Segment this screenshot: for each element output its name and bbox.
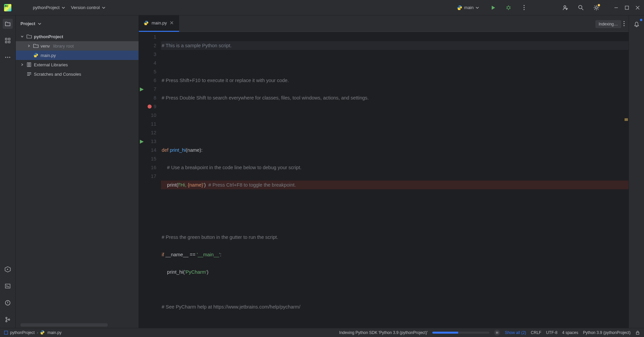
svg-rect-4 bbox=[625, 6, 629, 9]
maximize-button[interactable] bbox=[625, 5, 629, 10]
python-icon bbox=[33, 53, 39, 58]
settings-notification-dot bbox=[598, 4, 600, 6]
code-text: {name} bbox=[188, 182, 203, 188]
more-tools-button[interactable] bbox=[3, 52, 13, 62]
horizontal-scrollbar[interactable] bbox=[20, 323, 108, 327]
project-tool-button[interactable] bbox=[3, 19, 13, 29]
code-text: # Press Ctrl+F8 to toggle the breakpoint… bbox=[208, 182, 296, 188]
interpreter-label[interactable]: Python 3.9 (pythonProject) bbox=[583, 330, 631, 335]
chevron-right-icon: › bbox=[37, 330, 38, 335]
svg-point-17 bbox=[8, 319, 10, 320]
structure-tool-button[interactable] bbox=[3, 36, 13, 46]
editor-area: main.py 1 2 3 4 5 6 ▶7 8 9 10 bbox=[139, 15, 629, 328]
chevron-down-icon bbox=[38, 23, 41, 25]
line-number: 13 bbox=[151, 137, 156, 146]
editor-tab-main[interactable]: main.py bbox=[139, 15, 179, 32]
run-config-selector[interactable]: main bbox=[453, 4, 482, 12]
terminal-tool-button[interactable] bbox=[3, 281, 13, 291]
project-selector[interactable]: pythonProject bbox=[33, 5, 65, 10]
code-text: : bbox=[220, 252, 221, 257]
search-button[interactable] bbox=[576, 3, 586, 12]
line-number: 5 bbox=[154, 67, 156, 76]
vcs-tool-button[interactable] bbox=[3, 315, 13, 325]
close-button[interactable] bbox=[635, 5, 640, 10]
tree-root-node[interactable]: pythonProject bbox=[16, 32, 139, 41]
settings-button[interactable] bbox=[592, 3, 601, 12]
chevron-down-icon bbox=[476, 7, 479, 9]
indexing-badge: Indexing… bbox=[595, 20, 621, 28]
readonly-lock-icon[interactable] bbox=[635, 330, 640, 335]
debug-button[interactable] bbox=[504, 3, 513, 12]
line-number: 16 bbox=[151, 163, 156, 172]
line-number: 14 bbox=[151, 146, 156, 154]
pause-indexing-button[interactable] bbox=[494, 330, 500, 336]
svg-point-0 bbox=[507, 6, 510, 9]
code-text: # See PyCharm help at https://www.jetbra… bbox=[162, 304, 300, 310]
code-text: # Use a breakpoint in the code line belo… bbox=[162, 165, 302, 170]
code-text: __name__ bbox=[165, 252, 190, 257]
line-number: 11 bbox=[151, 120, 156, 128]
svg-point-10 bbox=[7, 57, 8, 58]
vcs-selector[interactable]: Version control bbox=[71, 5, 105, 10]
svg-rect-6 bbox=[8, 38, 10, 40]
tree-scratches-node[interactable]: Scratches and Consoles bbox=[16, 69, 139, 79]
chevron-right-icon bbox=[20, 63, 24, 66]
run-gutter-icon[interactable]: ▶ bbox=[140, 137, 144, 146]
vcs-label: Version control bbox=[71, 5, 100, 10]
code-content[interactable]: # This is a sample Python script. # Pres… bbox=[160, 32, 629, 328]
svg-rect-22 bbox=[636, 332, 639, 334]
crumb-file: main.py bbox=[47, 330, 61, 335]
more-actions-button[interactable] bbox=[519, 3, 529, 12]
main-menu-button[interactable] bbox=[17, 3, 27, 12]
line-number: 12 bbox=[151, 128, 156, 137]
code-editor[interactable]: 1 2 3 4 5 6 ▶7 8 9 10 11 12 ▶13 14 15 16 bbox=[139, 32, 629, 328]
chevron-down-icon bbox=[62, 7, 65, 9]
crumb-project: pythonProject bbox=[10, 330, 35, 335]
indexing-progress-bar bbox=[432, 332, 489, 334]
tab-close-button[interactable] bbox=[170, 21, 174, 25]
project-name-label: pythonProject bbox=[33, 5, 60, 10]
python-icon bbox=[40, 330, 45, 335]
tab-label: main.py bbox=[152, 20, 167, 25]
notifications-button[interactable] bbox=[632, 19, 642, 29]
svg-point-11 bbox=[9, 57, 10, 58]
run-gutter-icon[interactable]: ▶ bbox=[140, 85, 144, 93]
code-text: # This is a sample Python script. bbox=[162, 43, 231, 48]
line-number: 17 bbox=[151, 172, 156, 181]
encoding-label[interactable]: UTF-8 bbox=[546, 330, 557, 335]
editor-gutter[interactable]: 1 2 3 4 5 6 ▶7 8 9 10 11 12 ▶13 14 15 16 bbox=[139, 32, 160, 328]
line-number: 10 bbox=[151, 111, 156, 120]
project-panel-header[interactable]: Project bbox=[16, 15, 139, 32]
show-all-tasks-link[interactable]: Show all (2) bbox=[505, 330, 526, 335]
project-panel: Project pythonProject venv library root bbox=[16, 15, 139, 328]
svg-point-16 bbox=[6, 321, 7, 322]
warning-marker[interactable] bbox=[625, 120, 628, 121]
code-text: # Press the green button in the gutter t… bbox=[162, 234, 278, 240]
svg-point-15 bbox=[6, 317, 7, 319]
python-icon bbox=[144, 20, 149, 26]
services-tool-button[interactable] bbox=[3, 264, 13, 274]
svg-rect-8 bbox=[8, 41, 10, 43]
line-separator-label[interactable]: CRLF bbox=[531, 330, 541, 335]
chevron-down-icon bbox=[20, 35, 24, 38]
code-with-me-button[interactable] bbox=[561, 3, 570, 12]
code-text: if bbox=[162, 252, 165, 257]
svg-rect-21 bbox=[4, 331, 8, 334]
tree-node-label: main.py bbox=[41, 53, 56, 58]
run-button[interactable] bbox=[488, 3, 498, 12]
tree-venv-node[interactable]: venv library root bbox=[16, 41, 139, 51]
code-text: print_hi bbox=[170, 147, 186, 153]
project-tree: pythonProject venv library root main.py bbox=[16, 32, 139, 323]
minimize-button[interactable] bbox=[614, 5, 619, 10]
scratches-icon bbox=[26, 71, 32, 77]
tree-main-file-node[interactable]: main.py bbox=[16, 51, 139, 60]
editor-marker-bar[interactable] bbox=[623, 32, 628, 328]
problems-tool-button[interactable] bbox=[3, 298, 13, 308]
svg-point-3 bbox=[595, 7, 597, 9]
indent-label[interactable]: 4 spaces bbox=[562, 330, 578, 335]
code-text: print_hi( bbox=[162, 269, 185, 275]
breakpoint-icon[interactable] bbox=[148, 105, 152, 109]
navigation-breadcrumb[interactable]: pythonProject › main.py bbox=[4, 330, 61, 335]
svg-point-2 bbox=[579, 5, 582, 9]
tree-external-libraries-node[interactable]: External Libraries bbox=[16, 60, 139, 69]
